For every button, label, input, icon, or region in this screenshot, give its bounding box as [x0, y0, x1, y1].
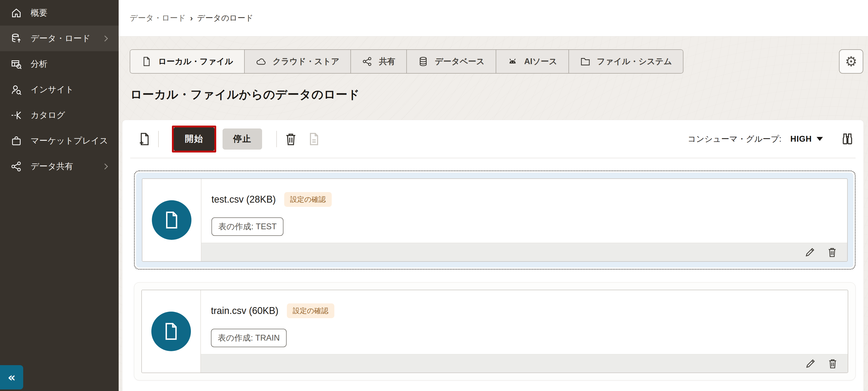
tab-label: ローカル・ファイル — [158, 56, 233, 67]
create-table-chip: 表の作成: TRAIN — [211, 329, 287, 347]
tabs-row: ローカル・ファイル クラウド・ストア 共有 — [130, 49, 864, 73]
collapse-chevrons-icon: « — [8, 370, 16, 384]
file-card-list: test.csv (28KB) 設定の確認 表の作成: TEST — [122, 158, 864, 391]
file-card: test.csv (28KB) 設定の確認 表の作成: TEST — [142, 178, 848, 262]
file-icon — [162, 210, 181, 230]
sidebar-item-catalog[interactable]: カタログ — [0, 102, 119, 128]
folder-icon — [580, 56, 591, 67]
data-load-panel: 開始 停止 コンシューマ・グループ: HI — [122, 120, 864, 391]
stop-button[interactable]: 停止 — [222, 128, 262, 150]
toolbar-divider — [158, 131, 159, 147]
sidebar-item-data-share[interactable]: データ共有 — [0, 154, 119, 179]
remove-file-button[interactable] — [827, 358, 838, 369]
catalog-icon — [10, 110, 22, 121]
breadcrumb: データ・ロード › データのロード — [130, 13, 253, 24]
delete-button[interactable] — [284, 132, 298, 146]
data-share-icon — [10, 161, 22, 172]
binoculars-icon — [840, 132, 855, 146]
tab-file-system[interactable]: ファイル・システム — [568, 50, 683, 73]
edit-settings-button[interactable] — [805, 358, 816, 369]
share-icon — [362, 56, 373, 67]
toolbar-right-group: コンシューマ・グループ: HIGH — [688, 132, 855, 146]
gear-icon: ⚙ — [845, 55, 858, 68]
tab-local-file[interactable]: ローカル・ファイル — [130, 50, 244, 73]
report-button[interactable] — [307, 132, 321, 146]
sidebar-item-marketplace[interactable]: マーケットプレイス — [0, 128, 119, 154]
file-card-footer — [201, 354, 848, 372]
tab-share[interactable]: 共有 — [350, 50, 406, 73]
toolbar-divider — [276, 131, 277, 147]
file-card-wrapper-selected[interactable]: test.csv (28KB) 設定の確認 表の作成: TEST — [134, 171, 856, 270]
content-area: ローカル・ファイル クラウド・ストア 共有 — [119, 36, 868, 391]
file-card-avatar-column — [142, 290, 201, 372]
main-area: データ・ロード › データのロード ローカル・ファイル クラウド・ストア — [119, 0, 868, 391]
file-card-selection-fill: test.csv (28KB) 設定の確認 表の作成: TEST — [136, 173, 854, 268]
file-card: train.csv (60KB) 設定の確認 表の作成: TRAIN — [141, 290, 848, 373]
database-icon — [418, 56, 429, 67]
status-badge: 設定の確認 — [284, 192, 332, 207]
breadcrumb-current: データのロード — [197, 13, 253, 24]
settings-button[interactable]: ⚙ — [839, 49, 863, 73]
sidebar-item-label: 概要 — [31, 7, 48, 19]
sidebar-item-data-load[interactable]: データ・ロード — [0, 26, 119, 51]
insights-icon — [10, 84, 22, 95]
tab-database[interactable]: データベース — [406, 50, 496, 73]
remove-file-button[interactable] — [827, 247, 838, 258]
add-file-icon — [137, 132, 151, 146]
caret-down-icon — [816, 137, 823, 141]
tab-label: データベース — [435, 56, 485, 67]
pencil-icon — [805, 358, 816, 369]
sidebar-item-label: 分析 — [31, 58, 48, 70]
file-avatar — [151, 311, 191, 351]
source-tabs: ローカル・ファイル クラウド・ストア 共有 — [130, 49, 683, 73]
file-card-content: test.csv (28KB) 設定の確認 表の作成: TEST — [202, 179, 847, 261]
tab-ai-source[interactable]: AIソース — [496, 50, 568, 73]
sidebar-item-label: マーケットプレイス — [31, 135, 108, 147]
trash-icon — [827, 358, 838, 369]
tab-label: 共有 — [379, 56, 395, 67]
data-load-icon — [10, 33, 22, 44]
preview-button[interactable] — [840, 132, 855, 146]
add-file-button[interactable] — [137, 132, 151, 146]
tab-label: クラウド・ストア — [273, 56, 339, 67]
ai-robot-icon — [507, 56, 518, 67]
sidebar-item-label: データ・ロード — [31, 33, 90, 44]
breadcrumb-separator: › — [190, 13, 193, 23]
file-card-footer — [202, 243, 847, 261]
file-card-body: train.csv (60KB) 設定の確認 表の作成: TRAIN — [201, 290, 848, 354]
sidebar-item-label: データ共有 — [31, 161, 73, 172]
chevron-right-icon — [102, 35, 108, 41]
start-button[interactable]: 開始 — [174, 127, 214, 151]
pencil-icon — [804, 247, 815, 258]
file-avatar — [152, 200, 191, 240]
sidebar-collapse-button[interactable]: « — [0, 365, 23, 389]
document-icon — [307, 132, 321, 146]
sidebar-item-analysis[interactable]: 分析 — [0, 51, 119, 77]
toolbar: 開始 停止 コンシューマ・グループ: HI — [122, 120, 864, 158]
consumer-group-label: コンシューマ・グループ: — [688, 133, 781, 145]
page-title: ローカル・ファイルからのデータのロード — [130, 87, 864, 102]
sidebar-item-insights[interactable]: インサイト — [0, 77, 119, 102]
edit-settings-button[interactable] — [804, 247, 815, 258]
file-card-wrapper[interactable]: train.csv (60KB) 設定の確認 表の作成: TRAIN — [134, 282, 856, 381]
tab-label: ファイル・システム — [597, 56, 672, 67]
analysis-icon — [10, 58, 22, 70]
marketplace-icon — [10, 135, 22, 147]
create-table-chip: 表の作成: TEST — [212, 217, 283, 236]
sidebar-item-label: インサイト — [31, 84, 74, 95]
tab-cloud-store[interactable]: クラウド・ストア — [244, 50, 350, 73]
file-icon — [161, 322, 181, 341]
home-icon — [10, 7, 22, 19]
sidebar-item-overview[interactable]: 概要 — [0, 0, 119, 26]
breadcrumb-parent-link[interactable]: データ・ロード — [130, 13, 186, 24]
file-name: test.csv (28KB) — [212, 194, 276, 205]
file-card-content: train.csv (60KB) 設定の確認 表の作成: TRAIN — [201, 290, 848, 372]
tab-label: AIソース — [524, 56, 557, 67]
consumer-group-select[interactable]: HIGH — [790, 134, 823, 144]
file-card-fill: train.csv (60KB) 設定の確認 表の作成: TRAIN — [135, 284, 854, 379]
cloud-icon — [256, 56, 266, 67]
chevron-right-icon — [102, 163, 108, 170]
trash-icon — [284, 132, 298, 146]
file-name: train.csv (60KB) — [211, 305, 278, 316]
start-button-highlight: 開始 — [172, 126, 216, 152]
